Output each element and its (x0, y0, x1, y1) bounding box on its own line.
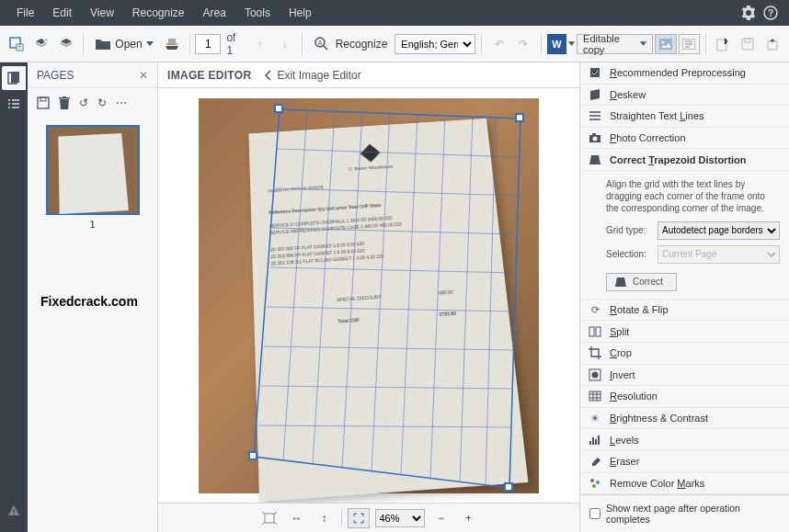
pages-toolbar: ↺ ↻ ⋯ (28, 88, 157, 118)
redo-icon[interactable]: ↷ (512, 31, 535, 57)
tool-rotate[interactable]: ⟳Rotate & Flip (580, 300, 789, 322)
help-icon[interactable]: ? (760, 2, 782, 24)
undo-icon[interactable]: ↶ (487, 31, 510, 57)
gear-icon[interactable] (738, 2, 760, 24)
tool-trapezoid[interactable]: Correct Trapezoid Distortion (580, 149, 789, 171)
send-icon[interactable] (712, 31, 735, 57)
editor-header: IMAGE EDITOR Exit Image Editor (158, 62, 579, 88)
grid-handle-tr[interactable] (515, 113, 524, 122)
page-thumbnail[interactable] (46, 125, 140, 215)
pages-title: PAGES (37, 69, 74, 82)
selection-select[interactable]: Current Page (658, 245, 780, 264)
export-icon[interactable] (760, 31, 783, 57)
trapezoid-options: Align the grid with the text lines by dr… (580, 171, 789, 300)
svg-rect-51 (592, 437, 594, 445)
view-mode-text-icon[interactable] (679, 34, 700, 54)
tool-remove-marks[interactable]: Remove Color Marks (580, 473, 789, 495)
folder-icon (95, 38, 111, 51)
svg-point-43 (593, 137, 598, 141)
exit-editor-button[interactable]: Exit Image Editor (264, 69, 360, 82)
svg-text:+: + (17, 42, 22, 51)
svg-rect-49 (589, 391, 600, 401)
delete-page-icon[interactable] (59, 96, 70, 109)
svg-text:+: + (44, 37, 48, 43)
menu-recognize[interactable]: Recognize (123, 3, 194, 23)
save-page-icon[interactable] (37, 96, 50, 109)
svg-rect-13 (742, 39, 753, 50)
remove-marks-icon (588, 476, 602, 491)
svg-rect-52 (595, 439, 597, 445)
eraser-icon (588, 454, 602, 469)
menu-help[interactable]: Help (280, 3, 321, 23)
svg-rect-46 (596, 327, 600, 336)
menu-tools[interactable]: Tools (235, 3, 280, 23)
page-number-input[interactable] (195, 34, 221, 54)
page-down-icon[interactable]: ↓ (273, 31, 296, 57)
tool-brightness[interactable]: ☀Brightness & Contrast (580, 408, 789, 430)
language-select[interactable]: English; German (394, 34, 475, 54)
tool-resolution[interactable]: Resolution (580, 386, 789, 408)
tool-invert[interactable]: Invert (580, 365, 789, 387)
fit-page-icon[interactable] (258, 508, 280, 528)
more-icon[interactable]: ⋯ (116, 96, 127, 109)
editor-area: IMAGE EDITOR Exit Image Editor D. Bream … (158, 62, 579, 532)
grid-type-label: Grid type: (606, 225, 652, 235)
chevron-down-icon[interactable] (568, 41, 575, 46)
close-icon[interactable]: ✕ (139, 69, 148, 82)
word-icon[interactable]: W (547, 34, 566, 54)
rotate-right-icon[interactable]: ↻ (97, 96, 107, 109)
recommended-icon (588, 65, 602, 80)
fullscreen-icon[interactable] (348, 508, 370, 528)
recognize-button[interactable]: A Recognize (308, 36, 394, 52)
layers-add-icon[interactable]: + (30, 31, 53, 57)
tool-crop[interactable]: Crop (580, 343, 789, 365)
open-button[interactable]: Open (89, 38, 158, 51)
fit-height-icon[interactable]: ↕ (314, 508, 336, 528)
layers-icon[interactable] (55, 31, 78, 57)
image-canvas[interactable]: D. Bream Manufacture Invoice no: OVT-AK-… (158, 88, 579, 503)
tool-photo-correction[interactable]: Photo Correction (580, 128, 789, 150)
svg-rect-50 (589, 441, 591, 445)
tool-split[interactable]: Split (580, 321, 789, 343)
menu-area[interactable]: Area (194, 3, 235, 23)
tool-recommended[interactable]: Recommended Preprocessing (580, 62, 789, 85)
grid-handle-tl[interactable] (274, 104, 283, 113)
svg-rect-20 (38, 97, 49, 108)
grid-handle-bl[interactable] (248, 451, 257, 460)
zoom-select[interactable]: 46% (375, 509, 425, 527)
svg-rect-9 (659, 39, 672, 50)
new-icon[interactable]: + (6, 31, 29, 57)
page-up-icon[interactable]: ↑ (248, 31, 271, 57)
warning-icon[interactable] (2, 499, 26, 523)
menu-edit[interactable]: Edit (43, 3, 81, 23)
crop-icon (588, 345, 602, 360)
scan-icon[interactable] (161, 31, 184, 57)
zoom-in-icon[interactable]: + (458, 508, 480, 528)
editor-title: IMAGE EDITOR (167, 69, 251, 82)
menu-file[interactable]: File (7, 3, 43, 23)
show-next-checkbox[interactable] (589, 508, 600, 519)
pages-header: PAGES ✕ (28, 62, 157, 88)
zoom-out-icon[interactable]: − (430, 508, 452, 528)
show-next-label: Show next page after operation completes (606, 503, 780, 525)
save-icon[interactable] (736, 31, 759, 57)
tool-straighten[interactable]: Straighten Text Lines (580, 106, 789, 128)
fit-width-icon[interactable]: ↔ (286, 508, 308, 528)
view-mode-image-icon[interactable] (655, 34, 676, 54)
svg-rect-14 (745, 39, 750, 42)
grid-type-select[interactable]: Autodetect page borders (658, 221, 780, 240)
tool-levels[interactable]: Levels (580, 429, 789, 451)
rail-list-icon[interactable] (2, 92, 26, 116)
page-thumbnail-container: 1 (28, 118, 157, 237)
levels-icon (588, 433, 602, 447)
menu-view[interactable]: View (81, 3, 123, 23)
correct-button[interactable]: Correct (606, 273, 677, 291)
copy-mode-select[interactable]: Editable copy (577, 34, 653, 54)
rotate-left-icon[interactable]: ↺ (79, 96, 88, 109)
tool-deskew[interactable]: Deskew (580, 85, 789, 107)
svg-point-10 (661, 40, 664, 43)
tool-eraser[interactable]: Eraser (580, 451, 789, 473)
menubar: File Edit View Recognize Area Tools Help… (0, 0, 789, 26)
rail-pages-icon[interactable] (2, 66, 26, 90)
rotate-icon: ⟳ (588, 302, 602, 317)
